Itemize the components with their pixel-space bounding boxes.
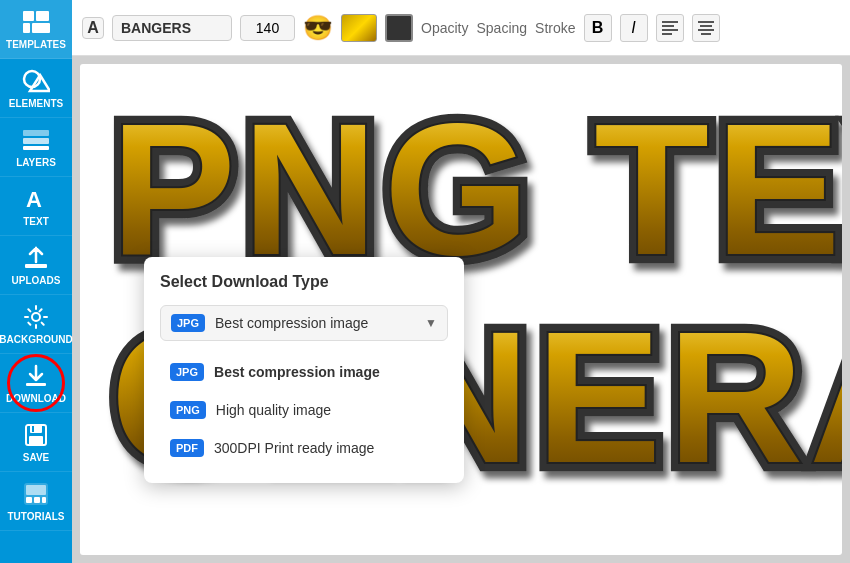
download-type-select[interactable]: JPG Best compression image ▼ <box>160 305 448 341</box>
sidebar-item-templates[interactable]: TEMPLATES <box>0 0 72 59</box>
svg-rect-21 <box>42 497 46 503</box>
sidebar-item-elements[interactable]: ELEMENTS <box>0 59 72 118</box>
sidebar-label-uploads: UPLOADS <box>12 275 61 286</box>
sidebar-item-uploads[interactable]: UPLOADS <box>0 236 72 295</box>
png-option-label: High quality image <box>216 402 331 418</box>
svg-rect-8 <box>23 146 49 150</box>
svg-rect-16 <box>32 426 34 432</box>
upload-icon <box>20 244 52 272</box>
download-option-pdf[interactable]: PDF 300DPI Print ready image <box>160 429 448 467</box>
grid-icon <box>20 8 52 36</box>
sidebar-label-tutorials: TUTORIALS <box>7 511 64 522</box>
svg-rect-20 <box>34 497 40 503</box>
italic-button[interactable]: I <box>620 14 648 42</box>
gear-icon <box>20 303 52 331</box>
svg-rect-14 <box>30 425 42 433</box>
selected-type-label: Best compression image <box>215 315 415 331</box>
stroke-color-swatch[interactable] <box>385 14 413 42</box>
svg-rect-28 <box>698 29 714 31</box>
svg-rect-15 <box>29 436 43 445</box>
download-option-png[interactable]: PNG High quality image <box>160 391 448 429</box>
svg-rect-22 <box>662 21 678 23</box>
sidebar-item-text[interactable]: A TEXT <box>0 177 72 236</box>
font-name-display[interactable]: BANGERS <box>112 15 232 41</box>
svg-rect-29 <box>701 33 711 35</box>
emoji-button[interactable]: 😎 <box>303 14 333 42</box>
dropdown-title: Select Download Type <box>160 273 448 291</box>
svg-point-11 <box>32 313 40 321</box>
download-dropdown: Select Download Type JPG Best compressio… <box>144 257 464 483</box>
align-left-button[interactable] <box>656 14 684 42</box>
main-area: A BANGERS 140 😎 Opacity Spacing Stroke B… <box>72 0 850 563</box>
svg-rect-18 <box>26 485 46 495</box>
svg-rect-19 <box>26 497 32 503</box>
sidebar: TEMPLATES ELEMENTS LAYERS A TEXT UPLOADS… <box>0 0 72 563</box>
svg-rect-25 <box>662 33 672 35</box>
sidebar-item-tutorials[interactable]: TUTORIALS <box>0 472 72 531</box>
svg-rect-7 <box>23 138 49 144</box>
sidebar-label-save: SAVE <box>23 452 50 463</box>
sidebar-label-elements: ELEMENTS <box>9 98 63 109</box>
sidebar-label-layers: LAYERS <box>16 157 56 168</box>
font-size-input[interactable]: 140 <box>240 15 295 41</box>
sidebar-label-background: BACKGROUND <box>0 334 73 345</box>
svg-text:A: A <box>26 187 42 211</box>
download-option-jpg[interactable]: JPG Best compression image <box>160 353 448 391</box>
sidebar-label-templates: TEMPLATES <box>6 39 66 50</box>
download-icon <box>20 362 52 390</box>
jpg-badge-1: JPG <box>170 363 204 381</box>
align-center-button[interactable] <box>692 14 720 42</box>
bold-button[interactable]: B <box>584 14 612 42</box>
sidebar-label-text: TEXT <box>23 216 49 227</box>
toolbar: A BANGERS 140 😎 Opacity Spacing Stroke B… <box>72 0 850 56</box>
sidebar-item-background[interactable]: BACKGROUND <box>0 295 72 354</box>
svg-rect-2 <box>23 23 30 33</box>
svg-rect-24 <box>662 29 678 31</box>
fill-color-swatch[interactable] <box>341 14 377 42</box>
spacing-label[interactable]: Spacing <box>476 20 527 36</box>
shapes-icon <box>20 67 52 95</box>
svg-rect-26 <box>698 21 714 23</box>
sidebar-item-layers[interactable]: LAYERS <box>0 118 72 177</box>
jpg-option-label: Best compression image <box>214 364 380 380</box>
stroke-label[interactable]: Stroke <box>535 20 575 36</box>
svg-rect-0 <box>23 11 34 21</box>
layers-icon <box>20 126 52 154</box>
canvas-area[interactable]: PNG TEXT PNG TEXT GENERATOR GENERATOR Se… <box>72 56 850 563</box>
svg-rect-3 <box>32 23 50 33</box>
opacity-label[interactable]: Opacity <box>421 20 468 36</box>
svg-rect-1 <box>36 11 49 21</box>
dropdown-arrow-icon: ▼ <box>425 316 437 330</box>
play-icon <box>20 480 52 508</box>
font-type-indicator: A <box>82 17 104 39</box>
text-icon: A <box>20 185 52 213</box>
png-badge: PNG <box>170 401 206 419</box>
svg-rect-27 <box>700 25 712 27</box>
pdf-badge: PDF <box>170 439 204 457</box>
svg-rect-12 <box>26 383 46 386</box>
sidebar-item-download[interactable]: DOWNLOAD <box>0 354 72 413</box>
save-icon <box>20 421 52 449</box>
svg-rect-10 <box>25 264 47 268</box>
sidebar-label-download: DOWNLOAD <box>6 393 66 404</box>
sidebar-item-save[interactable]: SAVE <box>0 413 72 472</box>
svg-rect-6 <box>23 130 49 136</box>
selected-type-badge: JPG <box>171 314 205 332</box>
svg-rect-23 <box>662 25 674 27</box>
pdf-option-label: 300DPI Print ready image <box>214 440 374 456</box>
